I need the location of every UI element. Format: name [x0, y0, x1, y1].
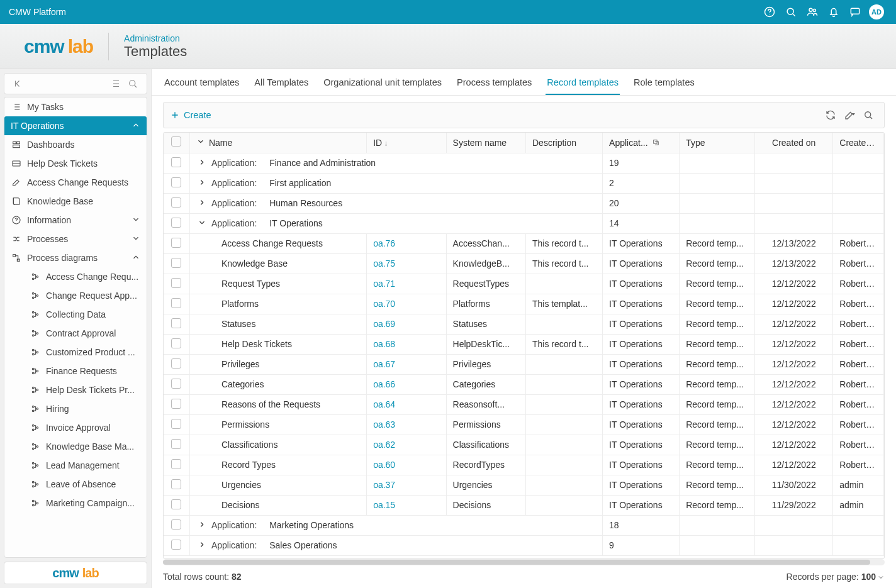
row-checkbox[interactable]: [164, 334, 189, 354]
sidebar-diagram-item[interactable]: Collecting Data: [21, 305, 147, 324]
col-type[interactable]: Type: [680, 133, 755, 153]
table-row[interactable]: Help Desk Ticketsoa.68HelpDeskTic...This…: [164, 334, 884, 354]
row-checkbox[interactable]: [164, 314, 189, 334]
cell-id[interactable]: oa.37: [367, 475, 446, 495]
row-checkbox[interactable]: [164, 213, 189, 233]
row-checkbox[interactable]: [164, 253, 189, 274]
table-row[interactable]: Knowledge Baseoa.75KnowledgeB...This rec…: [164, 253, 884, 274]
cell-id[interactable]: oa.62: [367, 435, 446, 455]
cell-id[interactable]: oa.69: [367, 314, 446, 334]
sidebar-diagram-item[interactable]: Leave of Absence: [21, 475, 147, 494]
sidebar-diagram-item[interactable]: Change Request App...: [21, 286, 147, 305]
table-row[interactable]: Record Typesoa.60RecordTypesIT Operation…: [164, 455, 884, 475]
col-id[interactable]: ID↓: [367, 133, 446, 153]
table-row[interactable]: Classificationsoa.62ClassificationsIT Op…: [164, 435, 884, 455]
col-checkbox[interactable]: [164, 133, 189, 153]
sidebar-item-my-tasks[interactable]: My Tasks: [4, 97, 147, 116]
row-checkbox[interactable]: [164, 414, 189, 435]
collapse-sidebar-icon[interactable]: [9, 75, 27, 92]
row-checkbox[interactable]: [164, 495, 189, 515]
row-checkbox[interactable]: [164, 354, 189, 374]
cell-id[interactable]: oa.68: [367, 334, 446, 354]
sidebar-diagram-item[interactable]: Lead Management: [21, 456, 147, 475]
table-row[interactable]: Urgenciesoa.37UrgenciesIT OperationsReco…: [164, 475, 884, 495]
row-checkbox[interactable]: [164, 274, 189, 294]
row-checkbox[interactable]: [164, 193, 189, 213]
table-row[interactable]: Request Typesoa.71RequestTypesIT Operati…: [164, 274, 884, 294]
row-checkbox[interactable]: [164, 455, 189, 475]
sidebar-search-icon[interactable]: [124, 75, 142, 92]
table-row[interactable]: Platformsoa.70PlatformsThis templat...IT…: [164, 294, 884, 314]
table-row[interactable]: Permissionsoa.63PermissionsIT Operations…: [164, 414, 884, 435]
bell-icon[interactable]: [823, 0, 844, 24]
tab-organizational-unit-templates[interactable]: Organizational unit templates: [322, 71, 443, 95]
sidebar-diagram-item[interactable]: Finance Requests: [21, 362, 147, 380]
cell-id[interactable]: oa.64: [367, 394, 446, 414]
sidebar-item-knowledge-base[interactable]: Knowledge Base: [4, 192, 147, 211]
sidebar-diagram-item[interactable]: Marketing Campaign...: [21, 494, 147, 513]
col-created-on[interactable]: Created on: [755, 133, 833, 153]
row-checkbox[interactable]: [164, 233, 189, 253]
row-checkbox[interactable]: [164, 475, 189, 495]
cell-id[interactable]: oa.70: [367, 294, 446, 314]
row-checkbox[interactable]: [164, 153, 189, 173]
users-icon[interactable]: [802, 0, 823, 24]
sidebar-diagram-item[interactable]: Customized Product ...: [21, 343, 147, 362]
horizontal-scrollbar[interactable]: [163, 559, 885, 565]
table-row[interactable]: Decisionsoa.15DecisionsIT OperationsReco…: [164, 495, 884, 515]
group-toggle[interactable]: Application: IT Operations: [189, 213, 602, 233]
refresh-icon[interactable]: [821, 109, 840, 121]
cell-id[interactable]: oa.75: [367, 253, 446, 274]
sidebar-diagram-item[interactable]: Help Desk Tickets Pr...: [21, 380, 147, 399]
avatar[interactable]: AD: [866, 0, 887, 24]
group-toggle[interactable]: Application: Sales Operations: [189, 535, 602, 555]
table-row[interactable]: Access Change Requestsoa.76AccessChan...…: [164, 233, 884, 253]
cell-id[interactable]: oa.71: [367, 274, 446, 294]
create-button[interactable]: Create: [170, 110, 211, 120]
sidebar-item-process-diagrams[interactable]: Process diagrams: [4, 248, 147, 267]
sidebar-diagram-item[interactable]: Hiring: [21, 399, 147, 418]
sidebar-item-it-operations[interactable]: IT Operations: [4, 116, 147, 135]
row-checkbox[interactable]: [164, 435, 189, 455]
tab-role-templates[interactable]: Role templates: [632, 71, 696, 95]
sidebar-diagram-item[interactable]: Access Change Requ...: [21, 267, 147, 286]
row-checkbox[interactable]: [164, 394, 189, 414]
cell-id[interactable]: oa.63: [367, 414, 446, 435]
col-system-name[interactable]: System name: [446, 133, 525, 153]
sidebar-item-access-change-requests[interactable]: Access Change Requests: [4, 173, 147, 192]
table-row[interactable]: Categoriesoa.66CategoriesIT OperationsRe…: [164, 374, 884, 394]
sidebar-item-dashboards[interactable]: Dashboards: [4, 135, 147, 154]
table-row[interactable]: Statusesoa.69StatusesIT OperationsRecord…: [164, 314, 884, 334]
table-row[interactable]: Privilegesoa.67PrivilegesIT OperationsRe…: [164, 354, 884, 374]
group-toggle[interactable]: Application: Marketing Operations: [189, 515, 602, 535]
tab-all-templates[interactable]: All Templates: [253, 71, 310, 95]
sidebar-item-processes[interactable]: Processes: [4, 230, 147, 248]
search-icon[interactable]: [780, 0, 802, 24]
sidebar-item-help-desk-tickets[interactable]: Help Desk Tickets: [4, 154, 147, 173]
sidebar-diagram-item[interactable]: Knowledge Base Ma...: [21, 437, 147, 456]
sidebar-diagram-item[interactable]: Contract Approval: [21, 324, 147, 343]
tab-record-templates[interactable]: Record templates: [546, 71, 620, 95]
edit-dropdown-icon[interactable]: [840, 109, 859, 121]
records-per-page[interactable]: Records per page: 100: [787, 572, 885, 582]
cell-id[interactable]: oa.66: [367, 374, 446, 394]
row-checkbox[interactable]: [164, 515, 189, 535]
cell-id[interactable]: oa.76: [367, 233, 446, 253]
tab-process-templates[interactable]: Process templates: [456, 71, 533, 95]
cell-id[interactable]: oa.15: [367, 495, 446, 515]
breadcrumb[interactable]: Administration: [124, 33, 187, 43]
col-name[interactable]: Name: [189, 133, 366, 153]
cell-id[interactable]: oa.67: [367, 354, 446, 374]
cell-id[interactable]: oa.60: [367, 455, 446, 475]
col-application[interactable]: Applicat...: [603, 133, 680, 153]
group-toggle[interactable]: Application: First application: [189, 173, 602, 193]
group-toggle[interactable]: Application: Finance and Administration: [189, 153, 602, 173]
sidebar-item-information[interactable]: Information: [4, 211, 147, 230]
chat-icon[interactable]: [844, 0, 866, 24]
row-checkbox[interactable]: [164, 173, 189, 193]
row-checkbox[interactable]: [164, 535, 189, 555]
table-row[interactable]: Reasons of the Requestsoa.64Reasonsoft..…: [164, 394, 884, 414]
row-checkbox[interactable]: [164, 294, 189, 314]
col-created-by[interactable]: Created b: [833, 133, 884, 153]
sidebar-diagram-item[interactable]: Invoice Approval: [21, 418, 147, 437]
